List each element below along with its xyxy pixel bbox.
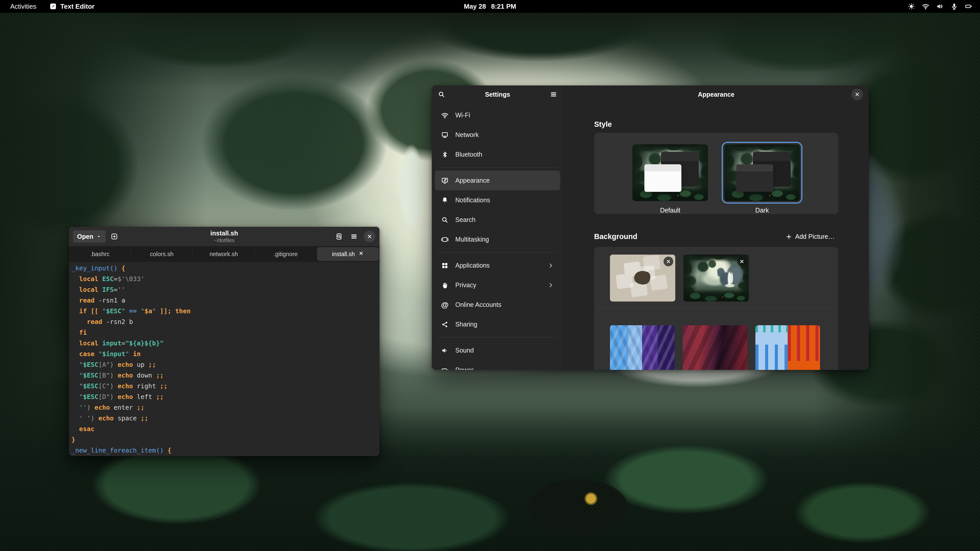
sidebar-item-bluetooth[interactable]: Bluetooth bbox=[435, 144, 560, 164]
volume-status-icon[interactable] bbox=[936, 3, 944, 10]
settings-sidebar-nav: Wi-FiNetworkBluetoothAppearanceNotificat… bbox=[432, 103, 563, 370]
code-line: } bbox=[72, 434, 380, 445]
style-options: DefaultDark bbox=[594, 133, 838, 214]
remove-wallpaper-button[interactable] bbox=[663, 257, 673, 266]
focused-app-label: Text Editor bbox=[60, 3, 95, 11]
sidebar-header: Settings bbox=[432, 86, 563, 103]
sidebar-item-sound[interactable]: Sound bbox=[435, 341, 560, 360]
editor-tab-bashrc[interactable]: .bashrc bbox=[69, 246, 131, 262]
code-line: "$ESC[B") echo down ;; bbox=[72, 370, 380, 381]
sidebar-item-appearance[interactable]: Appearance bbox=[435, 171, 560, 190]
sidebar-item-label: Sound bbox=[455, 347, 474, 354]
new-tab-button[interactable] bbox=[108, 230, 121, 243]
editor-tab-gitignore[interactable]: .gitignore bbox=[255, 246, 317, 262]
settings-panel: Appearance Style DefaultDark Background … bbox=[563, 86, 869, 370]
sidebar-item-label: Appearance bbox=[455, 177, 490, 184]
wifi-status-icon[interactable] bbox=[922, 3, 929, 10]
background-card bbox=[594, 247, 838, 370]
focused-app-menu[interactable]: Text Editor bbox=[49, 3, 95, 11]
sidebar-item-search[interactable]: Search bbox=[435, 210, 560, 230]
close-icon bbox=[358, 251, 364, 256]
panel-header: Appearance bbox=[563, 86, 869, 103]
main-menu-button[interactable] bbox=[348, 230, 360, 243]
sidebar-item-privacy[interactable]: Privacy bbox=[435, 275, 560, 295]
sidebar-item-label: Power bbox=[455, 366, 473, 370]
power-icon bbox=[965, 3, 972, 10]
settings-search-button[interactable] bbox=[435, 88, 448, 100]
appearance-icon bbox=[441, 177, 449, 184]
tab-label: install.sh bbox=[332, 251, 355, 258]
close-icon bbox=[854, 91, 860, 97]
wallpaper-forest-waterfall[interactable] bbox=[683, 254, 749, 302]
tab-label: .gitignore bbox=[274, 251, 298, 258]
power-icon bbox=[441, 366, 449, 370]
sidebar-item-online-accounts[interactable]: @Online Accounts bbox=[435, 295, 560, 314]
applications-icon bbox=[441, 262, 449, 269]
settings-menu-button[interactable] bbox=[547, 88, 560, 100]
preview-front-window bbox=[736, 164, 773, 192]
code-line: "$ESC[D") echo left ;; bbox=[72, 392, 380, 402]
code-line: local ESC=$'\033' bbox=[72, 274, 380, 284]
sidebar-item-network[interactable]: Network bbox=[435, 125, 560, 144]
chevron-right-icon bbox=[547, 262, 554, 269]
close-icon bbox=[739, 259, 745, 264]
settings-close-button[interactable] bbox=[851, 89, 863, 100]
style-option-default[interactable]: Default bbox=[631, 143, 710, 214]
sidebar-item-multitasking[interactable]: Multitasking bbox=[435, 230, 560, 249]
style-thumb-dark[interactable] bbox=[724, 144, 800, 201]
sound-icon bbox=[441, 347, 449, 354]
editor-code[interactable]: _key_input() { local ESC=$'\033' local I… bbox=[69, 262, 380, 456]
activities-button[interactable]: Activities bbox=[6, 2, 40, 11]
search-icon bbox=[441, 216, 449, 224]
code-line: local input="${a}${b}" bbox=[72, 338, 380, 349]
style-option-dark[interactable]: Dark bbox=[723, 143, 801, 214]
editor-close-button[interactable] bbox=[364, 230, 375, 242]
brightness-status-icon[interactable] bbox=[907, 3, 915, 10]
code-line: "$ESC[A") echo up ;; bbox=[72, 359, 380, 370]
editor-tab-colors.sh[interactable]: colors.sh bbox=[131, 246, 193, 262]
code-line: '') echo enter ;; bbox=[72, 402, 380, 413]
sidebar-item-label: Search bbox=[455, 216, 476, 224]
power-status-icon[interactable] bbox=[965, 3, 972, 10]
sidebar-item-applications[interactable]: Applications bbox=[435, 256, 560, 275]
multitasking-icon bbox=[441, 236, 449, 243]
chevron-right-icon bbox=[547, 282, 554, 289]
clock-date: May 28 bbox=[464, 3, 486, 11]
clock-time: 8:21 PM bbox=[491, 3, 516, 11]
close-icon bbox=[666, 259, 671, 264]
text-editor-app-icon bbox=[49, 3, 57, 10]
code-line: "$ESC[C") echo right ;; bbox=[72, 381, 380, 392]
clock-button[interactable]: May 28 8:21 PM bbox=[464, 3, 516, 11]
document-title: install.sh ~/dotfiles bbox=[210, 230, 238, 243]
settings-window-title: Settings bbox=[448, 91, 547, 98]
open-document-button[interactable]: Open bbox=[73, 230, 106, 243]
topbar-status-icons[interactable] bbox=[907, 3, 980, 10]
add-picture-button[interactable]: Add Picture… bbox=[782, 230, 838, 243]
sidebar-item-label: Multitasking bbox=[455, 236, 489, 243]
editor-tab-network.sh[interactable]: network.sh bbox=[192, 246, 255, 262]
sidebar-item-wi-fi[interactable]: Wi-Fi bbox=[435, 105, 560, 125]
wallpaper-drips-blue-orange[interactable] bbox=[756, 325, 820, 370]
editor-tab-install.sh[interactable]: install.sh bbox=[317, 247, 379, 261]
sidebar-item-label: Online Accounts bbox=[455, 301, 501, 308]
tab-label: network.sh bbox=[210, 251, 238, 258]
wallpaper-abstract-tiles[interactable] bbox=[610, 254, 675, 302]
sidebar-item-notifications[interactable]: Notifications bbox=[435, 190, 560, 210]
settings-sidebar: Settings Wi-FiNetworkBluetoothAppearance… bbox=[432, 86, 563, 370]
tab-label: colors.sh bbox=[150, 251, 173, 258]
document-search-button[interactable] bbox=[333, 230, 345, 243]
style-thumb-default[interactable] bbox=[632, 144, 708, 201]
microphone-status-icon[interactable] bbox=[950, 3, 958, 10]
sidebar-item-sharing[interactable]: Sharing bbox=[435, 314, 560, 334]
editor-headerbar: Open install.sh ~/dotfiles bbox=[69, 227, 380, 246]
remove-wallpaper-button[interactable] bbox=[737, 257, 747, 266]
code-line: fi bbox=[72, 327, 380, 338]
wallpaper-waves-dark-red[interactable] bbox=[682, 325, 747, 370]
sidebar-divider bbox=[438, 337, 558, 338]
style-option-label: Default bbox=[631, 206, 710, 214]
sidebar-item-power[interactable]: Power bbox=[435, 360, 560, 370]
sidebar-item-label: Wi-Fi bbox=[455, 111, 470, 119]
wallpaper-pixels-blue-purple[interactable] bbox=[610, 325, 675, 370]
style-option-label: Dark bbox=[723, 206, 801, 214]
tab-close-button[interactable] bbox=[358, 251, 364, 258]
